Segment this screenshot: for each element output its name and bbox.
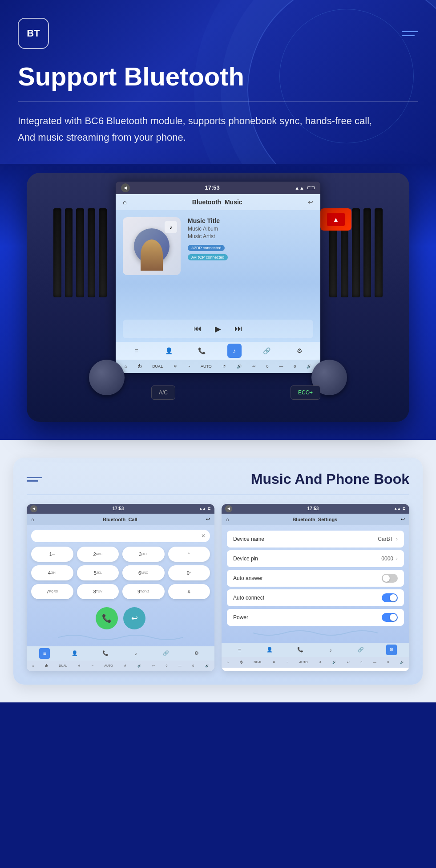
back-icon[interactable]: ↩ — [308, 199, 313, 206]
mini-tab-phone[interactable]: 📞 — [295, 645, 306, 655]
wifi-icon: ⊏ — [208, 507, 211, 511]
call-back-icon[interactable]: ↩ — [206, 516, 210, 522]
feature-card: Music And Phone Book ◀ 17:53 ▲▲ ⊏ ⌂ Blue… — [13, 458, 423, 685]
tab-phone[interactable]: 📞 — [194, 344, 209, 358]
next-button[interactable]: ⏭ — [234, 324, 242, 333]
climate-power: ⏻ — [137, 364, 141, 369]
dial-6[interactable]: 6MNO — [122, 565, 165, 580]
home-icon[interactable]: ⌂ — [123, 199, 126, 206]
eco-button[interactable]: ECO+ — [291, 385, 320, 400]
c-ac: ~ — [287, 661, 288, 664]
top-bar: BT — [18, 18, 418, 49]
call-home-icon[interactable]: ⌂ — [31, 517, 34, 522]
auto-connect-toggle[interactable] — [382, 593, 398, 602]
dial-7[interactable]: 7PQRS — [31, 584, 73, 599]
c-vol: 🔊 — [332, 661, 336, 664]
tab-music[interactable]: ♪ — [227, 344, 242, 358]
screen-tabs: ≡ 👤 📞 ♪ 🔗 ⚙ — [116, 342, 320, 360]
settings-panel-topbar: ◀ 17:53 ▲▲ ⊏ — [222, 504, 409, 514]
dial-2[interactable]: 2ABC — [77, 547, 119, 562]
vent-slot — [99, 208, 107, 297]
climate-recirculate: ↺ — [222, 364, 226, 369]
ac-button[interactable]: A/C — [151, 385, 175, 400]
mini-tab-music[interactable]: ♪ — [325, 645, 336, 655]
mini-tab-contacts[interactable]: 👤 — [69, 648, 80, 659]
avrcp-badge: AVRCP connected — [188, 254, 228, 260]
screen-nav-bar: ⌂ Bluetooth_Music ↩ — [116, 194, 320, 210]
hazard-button[interactable]: ▲ — [320, 208, 351, 231]
call-button[interactable]: 📞 — [96, 607, 118, 629]
settings-auto-answer: Auto answer — [227, 570, 404, 587]
dial-grid: 1— 2ABC 3DEF * 4GHI 5JKL 6MNO 0+ 7PQRS 8… — [31, 547, 210, 599]
call-nav: ⌂ Bluetooth_Call ↩ — [27, 514, 214, 525]
mini-tab-settings[interactable]: ⚙ — [191, 648, 202, 659]
settings-home-icon[interactable]: ⌂ — [226, 517, 229, 522]
device-pin-value: 0000 › — [381, 556, 398, 562]
auto-answer-toggle[interactable] — [382, 574, 398, 583]
dial-star[interactable]: * — [168, 547, 210, 562]
c-pwr: ⏻ — [45, 664, 48, 667]
screen-time: 17:53 — [205, 184, 219, 191]
settings-back-icon[interactable]: ↩ — [401, 516, 405, 522]
c-ac: ~ — [92, 664, 93, 667]
c-recirc: ↺ — [124, 664, 126, 668]
c-vol: 🔊 — [137, 664, 141, 668]
c-auto: AUTO — [104, 664, 113, 667]
wifi-icon: ⊏ — [403, 507, 406, 511]
prev-button[interactable]: ⏮ — [194, 324, 202, 333]
dial-0[interactable]: 0+ — [168, 565, 210, 580]
chevron-icon: › — [396, 556, 398, 562]
climate-zero2: 0 — [294, 364, 296, 369]
mini-tab-contacts[interactable]: 👤 — [264, 645, 275, 655]
car-section: ▲ ◀ 17:53 ▲▲ ⊏⊐ ⌂ Bluetooth_Music — [0, 164, 436, 440]
mini-tab-link[interactable]: 🔗 — [355, 645, 366, 655]
auto-connect-label: Auto connect — [233, 595, 264, 601]
settings-device-name: Device name CarBT › — [227, 531, 404, 548]
mini-tab-settings[interactable]: ⚙ — [386, 645, 397, 655]
tab-menu[interactable]: ≡ — [129, 344, 144, 358]
hamburger-line-1 — [402, 31, 418, 32]
device-name-label: Device name — [233, 536, 264, 542]
mini-tab-menu[interactable]: ≡ — [39, 648, 50, 659]
tab-settings[interactable]: ⚙ — [292, 344, 307, 358]
card-menu-icon[interactable] — [27, 477, 42, 482]
settings-back-button[interactable]: ◀ — [225, 505, 232, 512]
power-toggle[interactable] — [382, 613, 398, 622]
call-panel-title: Bluetooth_Call — [103, 517, 137, 522]
vent-slot — [375, 208, 383, 297]
redial-button[interactable]: ↩ — [123, 607, 145, 629]
tab-contacts[interactable]: 👤 — [162, 344, 176, 358]
call-back-button[interactable]: ◀ — [30, 505, 37, 512]
left-knob[interactable] — [89, 360, 125, 395]
dial-hash[interactable]: # — [168, 584, 210, 599]
person-art — [141, 239, 163, 271]
mini-tab-music[interactable]: ♪ — [130, 648, 141, 659]
c-0r: 0 — [387, 661, 389, 664]
mini-tab-phone[interactable]: 📞 — [100, 648, 111, 659]
dial-4[interactable]: 4GHI — [31, 565, 73, 580]
dial-actions: 📞 ↩ — [31, 604, 210, 633]
dial-3[interactable]: 3DEF — [122, 547, 165, 562]
wave-area-right — [227, 629, 404, 637]
main-screen: ◀ 17:53 ▲▲ ⊏⊐ ⌂ Bluetooth_Music ↩ — [116, 182, 320, 373]
dial-5[interactable]: 5JKL — [77, 565, 119, 580]
play-button[interactable]: ▶ — [215, 324, 221, 334]
c-line: — — [373, 661, 376, 664]
dial-9[interactable]: 9WXYZ — [122, 584, 165, 599]
screen-back-button[interactable]: ◀ — [121, 183, 130, 192]
tab-link[interactable]: 🔗 — [260, 344, 274, 358]
mini-tab-menu[interactable]: ≡ — [234, 645, 245, 655]
album-art: ♪ — [123, 217, 181, 275]
dial-8[interactable]: 8TUV — [77, 584, 119, 599]
page-title: Support Bluetooth — [18, 62, 418, 91]
c-fan: ❄ — [273, 661, 275, 664]
c-auto: AUTO — [299, 661, 307, 664]
dial-1[interactable]: 1— — [31, 547, 73, 562]
music-info: Music Title Music Album Music Artist A2D… — [188, 217, 313, 312]
vent-slot — [65, 208, 73, 297]
clear-icon[interactable]: ✕ — [201, 533, 206, 539]
music-album: Music Album — [188, 226, 313, 232]
vent-slot — [363, 208, 371, 297]
menu-button[interactable] — [402, 31, 418, 36]
mini-tab-link[interactable]: 🔗 — [161, 648, 171, 659]
